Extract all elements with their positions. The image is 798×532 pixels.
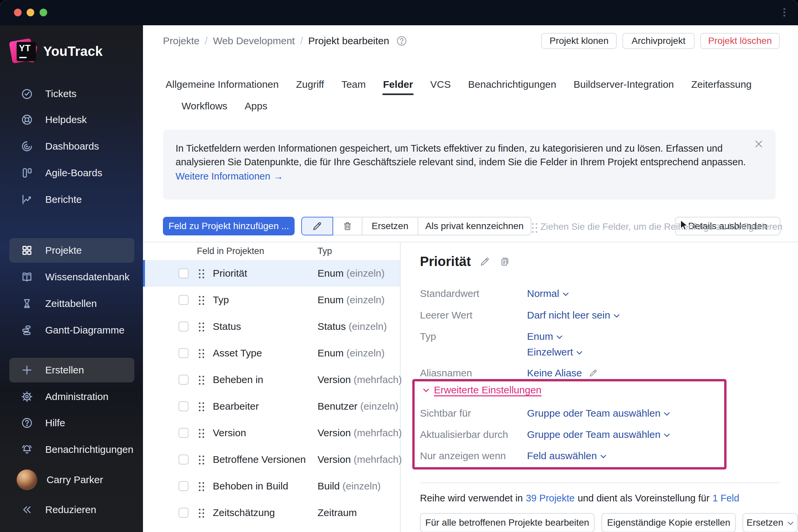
grid-icon xyxy=(21,244,33,257)
logo-text: YouTrack xyxy=(43,44,103,59)
drag-handle-icon[interactable] xyxy=(199,349,201,351)
tab-apps[interactable]: Apps xyxy=(245,100,267,112)
pencil-icon[interactable] xyxy=(589,368,598,378)
drag-handle-icon[interactable] xyxy=(199,509,201,510)
drag-handle-icon[interactable] xyxy=(199,296,201,298)
drag-handle-icon[interactable] xyxy=(199,269,201,271)
sidebar-item-wissensdatenbank[interactable]: Wissensdatenbank xyxy=(9,265,134,289)
pencil-icon[interactable] xyxy=(479,256,490,267)
close-window-button[interactable] xyxy=(14,8,22,16)
create-standalone-copy-button[interactable]: Eigenständige Kopie erstellen xyxy=(602,513,736,532)
sidebar-item-gantt-diagramme[interactable]: Gantt-Diagramme xyxy=(9,318,134,342)
pencil-icon xyxy=(312,221,323,231)
sidebar-item-zeittabellen[interactable]: Zeittabellen xyxy=(9,291,134,316)
replace-dropdown-button[interactable]: Ersetzen xyxy=(742,513,798,532)
tab-felder[interactable]: Felder xyxy=(383,79,413,90)
field-usage-link[interactable]: 1 Feld xyxy=(712,493,740,504)
row-checkbox[interactable] xyxy=(178,295,189,305)
tab-vcs[interactable]: VCS xyxy=(430,79,451,90)
field-label-nur-anzeigen-wenn: Nur anzeigen wenn xyxy=(420,450,506,461)
table-row[interactable]: Zeitschätzung Zeitraum xyxy=(143,499,400,526)
sidebar-item-helpdesk[interactable]: Helpdesk xyxy=(9,108,134,132)
archive-project-button[interactable]: Archivprojekt xyxy=(623,33,695,49)
sidebar: YT YouTrack Tickets Helpdesk Dashboards … xyxy=(0,25,143,532)
collapse-label: Reduzieren xyxy=(45,504,96,515)
drag-handle-icon[interactable] xyxy=(199,323,201,324)
table-row[interactable]: Bearbeiter Benutzer (einzeln) xyxy=(143,393,400,420)
chevron-down-icon xyxy=(423,388,429,392)
table-row[interactable]: Typ Enum (einzeln) xyxy=(143,287,400,313)
advanced-settings-toggle[interactable]: Erweiterte Einstellungen xyxy=(423,384,542,396)
sidebar-item-benachrichtigungen[interactable]: Benachrichtigungen xyxy=(9,437,134,462)
browser-menu-icon[interactable] xyxy=(783,8,785,10)
field-value-standardwert[interactable]: Normal xyxy=(527,288,569,299)
table-row[interactable]: Asset Type Enum (einzeln) xyxy=(143,340,400,366)
field-value-typ[interactable]: Enum xyxy=(527,331,563,342)
row-checkbox[interactable] xyxy=(178,481,189,491)
close-icon[interactable] xyxy=(753,138,764,150)
row-checkbox[interactable] xyxy=(178,375,189,385)
tab-zugriff[interactable]: Zugriff xyxy=(296,79,324,90)
chevron-down-icon xyxy=(664,433,670,437)
sidebar-item-agile-boards[interactable]: Agile-Boards xyxy=(9,160,134,185)
mark-private-button[interactable]: Als privat kennzeichnen xyxy=(418,217,531,235)
field-value-sichtbar-fuer[interactable]: Gruppe oder Team auswählen xyxy=(527,407,670,419)
drag-handle-icon[interactable] xyxy=(199,429,201,431)
add-field-button[interactable]: Feld zu Projekt hinzufügen ... xyxy=(163,217,294,235)
sidebar-item-hilfe[interactable]: Hilfe xyxy=(9,411,134,435)
row-checkbox[interactable] xyxy=(178,268,189,278)
delete-project-button[interactable]: Projekt löschen xyxy=(700,33,780,49)
edit-field-button[interactable] xyxy=(301,217,333,235)
help-icon[interactable] xyxy=(396,35,407,46)
table-row[interactable]: Status Status (einzeln) xyxy=(143,313,400,340)
tab-benachrichtigungen[interactable]: Benachrichtigungen xyxy=(468,79,556,90)
youtrack-logo[interactable]: YT YouTrack xyxy=(10,37,103,65)
projects-usage-link[interactable]: 39 Projekte xyxy=(526,493,574,504)
bell-icon xyxy=(21,443,33,456)
sidebar-item-projekte[interactable]: Projekte xyxy=(9,238,134,263)
row-checkbox[interactable] xyxy=(178,428,189,438)
drag-handle-icon[interactable] xyxy=(199,376,201,377)
copy-icon[interactable] xyxy=(499,256,509,267)
create-button[interactable]: Erstellen xyxy=(9,358,134,382)
edit-all-projects-button[interactable]: Für alle betroffenen Projekte bearbeiten xyxy=(420,513,594,532)
row-checkbox[interactable] xyxy=(178,401,189,411)
sidebar-item-tickets[interactable]: Tickets xyxy=(9,81,134,106)
tab-buildserver-integration[interactable]: Buildserver-Integration xyxy=(573,79,674,90)
zoom-window-button[interactable] xyxy=(40,8,47,16)
delete-field-button[interactable] xyxy=(333,217,362,235)
row-checkbox[interactable] xyxy=(178,348,189,358)
check-circle-icon xyxy=(21,88,33,100)
field-value-nur-anzeigen-wenn[interactable]: Feld auswählen xyxy=(527,450,607,461)
minimize-window-button[interactable] xyxy=(26,8,34,16)
table-row[interactable]: Version Version (mehrfach) xyxy=(143,420,400,446)
clone-project-button[interactable]: Projekt klonen xyxy=(541,33,617,49)
user-menu[interactable]: Carry Parker xyxy=(9,468,134,492)
more-info-link[interactable]: Weitere Informationen→ xyxy=(175,171,283,182)
sidebar-item-berichte[interactable]: Berichte xyxy=(9,187,134,212)
window-titlebar xyxy=(0,0,798,25)
drag-handle-icon[interactable] xyxy=(199,482,201,484)
field-value-aktualisierbar-durch[interactable]: Gruppe oder Team auswählen xyxy=(527,429,670,440)
collapse-sidebar-button[interactable]: Reduzieren xyxy=(9,497,134,522)
field-value-leerer-wert[interactable]: Darf nicht leer sein xyxy=(527,309,620,321)
row-checkbox[interactable] xyxy=(178,322,189,331)
breadcrumb-projekte[interactable]: Projekte xyxy=(163,35,200,46)
table-row[interactable]: Priorität Enum (einzeln) xyxy=(143,260,400,287)
table-row[interactable]: Behoben in Build Build (einzeln) xyxy=(143,473,400,499)
tab-zeiterfassung[interactable]: Zeiterfassung xyxy=(691,79,752,90)
replace-field-button[interactable]: Ersetzen xyxy=(362,217,418,235)
table-row[interactable]: Beheben in Version (mehrfach) xyxy=(143,366,400,393)
tab-team[interactable]: Team xyxy=(341,79,366,90)
row-checkbox[interactable] xyxy=(178,508,189,518)
drag-handle-icon[interactable] xyxy=(199,456,201,457)
breadcrumb-web-development[interactable]: Web Development xyxy=(213,35,294,46)
row-checkbox[interactable] xyxy=(178,455,189,464)
field-value-einzelwert[interactable]: Einzelwert xyxy=(527,346,583,358)
sidebar-item-dashboards[interactable]: Dashboards xyxy=(9,134,134,158)
tab-allgemeine-informationen[interactable]: Allgemeine Informationen xyxy=(166,79,279,90)
tab-workflows[interactable]: Workflows xyxy=(182,100,227,112)
sidebar-item-administration[interactable]: Administration xyxy=(9,384,134,409)
table-row[interactable]: Betroffene Versionen Version (mehrfach) xyxy=(143,446,400,473)
drag-handle-icon[interactable] xyxy=(199,402,201,404)
